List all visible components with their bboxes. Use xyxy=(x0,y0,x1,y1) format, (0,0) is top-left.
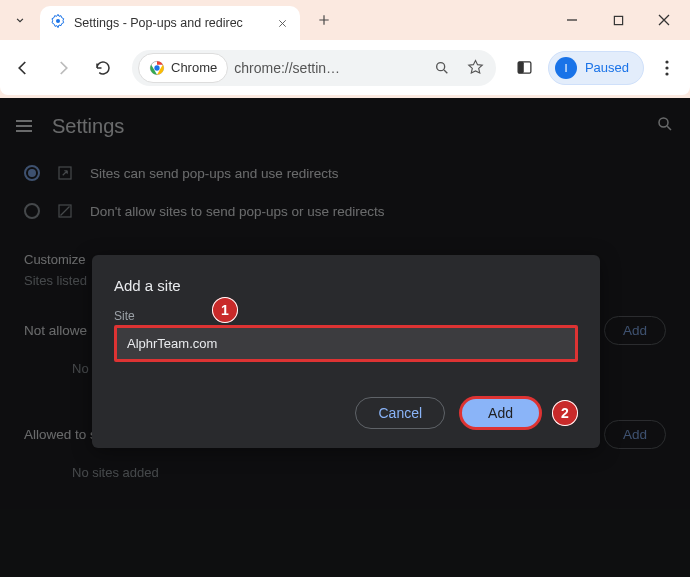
side-panel-button[interactable] xyxy=(508,51,542,85)
tab-search-dropdown[interactable] xyxy=(0,1,40,39)
back-button[interactable] xyxy=(6,51,40,85)
forward-button[interactable] xyxy=(46,51,80,85)
site-chip[interactable]: Chrome xyxy=(138,53,228,83)
window-close-button[interactable] xyxy=(644,5,684,35)
plus-icon xyxy=(317,13,331,27)
profile-status-label: Paused xyxy=(585,60,629,75)
magnifier-icon xyxy=(434,60,450,76)
maximize-button[interactable] xyxy=(598,5,638,35)
chrome-logo-icon xyxy=(149,60,165,76)
site-input-label: Site xyxy=(114,309,135,323)
arrow-right-icon xyxy=(54,59,72,77)
tab-close-button[interactable] xyxy=(274,15,290,31)
side-panel-icon xyxy=(516,59,533,76)
reload-icon xyxy=(94,59,112,77)
svg-rect-1 xyxy=(614,16,622,24)
svg-point-7 xyxy=(665,60,668,63)
kebab-icon xyxy=(665,60,669,76)
minimize-icon xyxy=(566,14,578,26)
reload-button[interactable] xyxy=(86,51,120,85)
add-site-dialog: Add a site Site 1 Cancel Add 2 xyxy=(92,255,600,448)
omnibox[interactable]: Chrome chrome://settin… xyxy=(132,50,496,86)
add-button[interactable]: Add xyxy=(459,396,542,430)
dialog-title: Add a site xyxy=(114,277,578,294)
site-input[interactable] xyxy=(114,325,578,362)
site-chip-label: Chrome xyxy=(171,60,217,75)
zoom-button[interactable] xyxy=(428,54,456,82)
dialog-actions: Cancel Add 2 xyxy=(114,396,578,430)
svg-point-0 xyxy=(56,19,60,23)
tab-title: Settings - Pop-ups and redirec xyxy=(74,16,266,30)
arrow-left-icon xyxy=(14,59,32,77)
profile-avatar: I xyxy=(555,57,577,79)
titlebar: Settings - Pop-ups and redirec xyxy=(0,0,690,40)
svg-point-8 xyxy=(665,66,668,69)
omnibox-url: chrome://settin… xyxy=(234,60,422,76)
cancel-button[interactable]: Cancel xyxy=(355,397,445,429)
star-icon xyxy=(467,59,484,76)
browser-menu-button[interactable] xyxy=(650,51,684,85)
chevron-down-icon xyxy=(13,13,27,27)
browser-toolbar: Chrome chrome://settin… I Paused xyxy=(0,40,690,95)
annotation-1: 1 xyxy=(212,297,238,323)
maximize-icon xyxy=(613,15,624,26)
close-icon xyxy=(277,18,288,29)
svg-point-3 xyxy=(154,65,159,70)
new-tab-button[interactable] xyxy=(310,6,338,34)
browser-tab[interactable]: Settings - Pop-ups and redirec xyxy=(40,6,300,40)
bookmark-button[interactable] xyxy=(462,54,490,82)
close-icon xyxy=(658,14,670,26)
annotation-2: 2 xyxy=(552,400,578,426)
svg-rect-6 xyxy=(519,62,525,73)
minimize-button[interactable] xyxy=(552,5,592,35)
window-controls xyxy=(552,5,690,35)
profile-chip[interactable]: I Paused xyxy=(548,51,644,85)
svg-point-9 xyxy=(665,72,668,75)
svg-point-4 xyxy=(437,62,445,70)
settings-gear-icon xyxy=(50,13,66,33)
